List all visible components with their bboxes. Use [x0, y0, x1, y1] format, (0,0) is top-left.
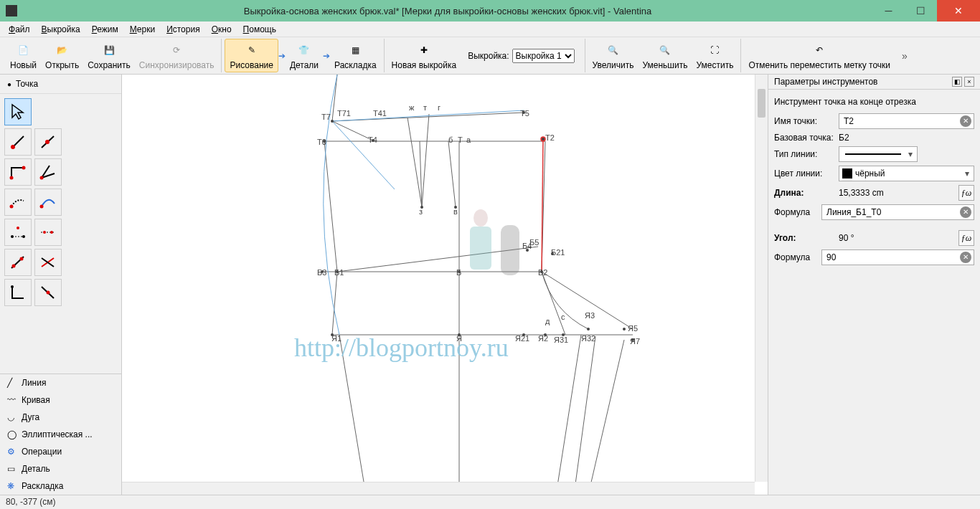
ellipse-icon: ◯: [7, 429, 17, 439]
svg-text:д: д: [545, 317, 550, 325]
svg-point-3: [45, 140, 50, 144]
draw-mode-button[interactable]: ✎Рисование: [225, 39, 278, 72]
tool-category-point[interactable]: Точка: [0, 75, 121, 94]
tool-triangle[interactable]: [4, 219, 32, 246]
tool-subtitle: Инструмент точка на конце отрезка: [774, 94, 974, 110]
svg-text:Т4: Т4: [368, 135, 377, 144]
svg-point-20: [20, 257, 24, 261]
clear-icon[interactable]: ✕: [960, 252, 971, 263]
panel-close-button[interactable]: ×: [964, 77, 974, 87]
zoom-in-button[interactable]: 🔍Увеличить: [588, 39, 639, 72]
cat-curve[interactable]: 〰Кривая: [0, 391, 121, 409]
zoom-in-icon: 🔍: [605, 42, 622, 59]
tool-normal[interactable]: [4, 158, 32, 186]
pattern-label: Выкройка:: [468, 51, 509, 61]
panel-title-text: Параметры инструментов: [774, 77, 878, 87]
file-save-icon: 💾: [100, 42, 118, 59]
layout-mode-button[interactable]: ▦Раскладка: [330, 39, 381, 72]
base-point-label: Базовая точка:: [774, 133, 834, 143]
tool-along-line[interactable]: [34, 128, 62, 156]
svg-text:т: т: [423, 103, 427, 112]
tool-height[interactable]: [34, 249, 62, 276]
svg-line-49: [542, 139, 543, 272]
zoom-out-button[interactable]: 🔍Уменьшить: [638, 39, 692, 72]
tool-pointer[interactable]: [4, 98, 32, 125]
operations-icon: ⚙: [7, 447, 17, 457]
svg-text:Я21: Я21: [515, 334, 529, 343]
menu-mode[interactable]: Режим: [86, 23, 124, 36]
svg-text:Я31: Я31: [554, 336, 568, 344]
cat-line[interactable]: ╱Линия: [0, 374, 121, 391]
tool-spline[interactable]: [34, 189, 62, 216]
new-pattern-icon: ✚: [415, 42, 433, 59]
svg-point-9: [10, 205, 14, 209]
open-button[interactable]: 📂Открыть: [41, 39, 83, 72]
save-button[interactable]: 💾Сохранить: [83, 39, 135, 72]
tool-endline[interactable]: [4, 128, 32, 156]
watermark-figure: [452, 204, 538, 311]
undo-move-point-button[interactable]: ↶Отменить переместить метку точки: [744, 39, 895, 72]
status-bar: 80, -377 (см): [0, 495, 980, 509]
tool-line-intersect[interactable]: [4, 279, 32, 306]
menu-history[interactable]: История: [161, 23, 206, 36]
undo-icon: ↶: [811, 42, 828, 59]
clear-icon[interactable]: ✕: [960, 206, 971, 218]
angle-fx-button[interactable]: ƒω: [958, 230, 974, 246]
line-color-combo[interactable]: чёрный: [839, 166, 974, 181]
svg-point-19: [12, 265, 16, 268]
vertical-scrollbar[interactable]: [755, 75, 768, 482]
length-fx-button[interactable]: ƒω: [958, 185, 974, 201]
file-new-icon: 📄: [15, 42, 32, 59]
cat-elliptical[interactable]: ◯Эллиптическая ...: [0, 426, 121, 443]
pattern-select[interactable]: Выкройка 1: [512, 49, 575, 63]
toolbar-overflow-button[interactable]: »: [897, 50, 912, 62]
cat-detail[interactable]: ▭Деталь: [0, 460, 121, 477]
cat-arc[interactable]: ◡Дуга: [0, 409, 121, 426]
tool-shoulder[interactable]: [4, 189, 32, 216]
svg-text:г: г: [438, 103, 440, 112]
main-toolbar: 📄Новый 📂Открыть 💾Сохранить ⟳Синхронизиро…: [0, 37, 980, 75]
tool-point-xy[interactable]: [4, 249, 32, 276]
tool-bisector[interactable]: [34, 158, 62, 186]
tool-point-intersect[interactable]: [34, 219, 62, 246]
watermark-text: http://blogportnoy.ru: [294, 333, 509, 363]
zoom-fit-button[interactable]: ⛶Уместить: [692, 39, 738, 72]
svg-text:а: а: [466, 135, 471, 144]
cat-operations[interactable]: ⚙Операции: [0, 443, 121, 460]
point-name-input[interactable]: [839, 113, 974, 129]
maximize-button[interactable]: ☐: [905, 0, 937, 22]
minimize-button[interactable]: ─: [872, 0, 905, 22]
svg-text:Я3: Я3: [585, 311, 595, 320]
menu-pattern[interactable]: Выкройка: [36, 23, 86, 36]
length-formula-label: Формула: [774, 207, 817, 217]
cat-layout[interactable]: ❋Раскладка: [0, 477, 121, 495]
line-type-combo[interactable]: [839, 146, 918, 162]
panel-float-button[interactable]: ◧: [952, 77, 962, 87]
angle-label: Угол:: [774, 233, 834, 243]
drawing-canvas[interactable]: Т7 Т71 Т41 ж т г Т5 Т0 Т4 б Т а Т2 з в Б…: [122, 75, 768, 495]
clear-icon[interactable]: ✕: [960, 115, 971, 127]
menu-measures[interactable]: Мерки: [124, 23, 161, 36]
angle-formula-input[interactable]: [821, 249, 974, 265]
menu-help[interactable]: Помощь: [237, 23, 282, 36]
horizontal-scrollbar[interactable]: [122, 482, 755, 495]
svg-line-42: [542, 272, 633, 329]
pencil-icon: ✎: [243, 42, 260, 59]
close-button[interactable]: ✕: [937, 0, 980, 22]
details-mode-button[interactable]: 👕Детали: [286, 39, 323, 72]
tool-curve-intersect[interactable]: [34, 279, 62, 306]
svg-line-46: [588, 340, 624, 495]
svg-text:ж: ж: [409, 103, 415, 112]
zoom-out-icon: 🔍: [656, 42, 674, 59]
svg-text:Т41: Т41: [373, 109, 387, 118]
svg-line-30: [324, 141, 337, 272]
length-formula-input[interactable]: [821, 204, 974, 220]
menu-file[interactable]: Файл: [3, 23, 36, 36]
title-bar: Выкройка-основа женских брюк.val* [Мерки…: [0, 0, 980, 22]
menu-window[interactable]: Окно: [206, 23, 237, 36]
sync-button: ⟳Синхронизировать: [135, 39, 219, 72]
svg-point-67: [587, 328, 590, 330]
cursor-coordinates: 80, -377 (см): [6, 497, 56, 507]
new-button[interactable]: 📄Новый: [6, 39, 41, 72]
new-pattern-button[interactable]: ✚Новая выкройка: [387, 39, 461, 72]
